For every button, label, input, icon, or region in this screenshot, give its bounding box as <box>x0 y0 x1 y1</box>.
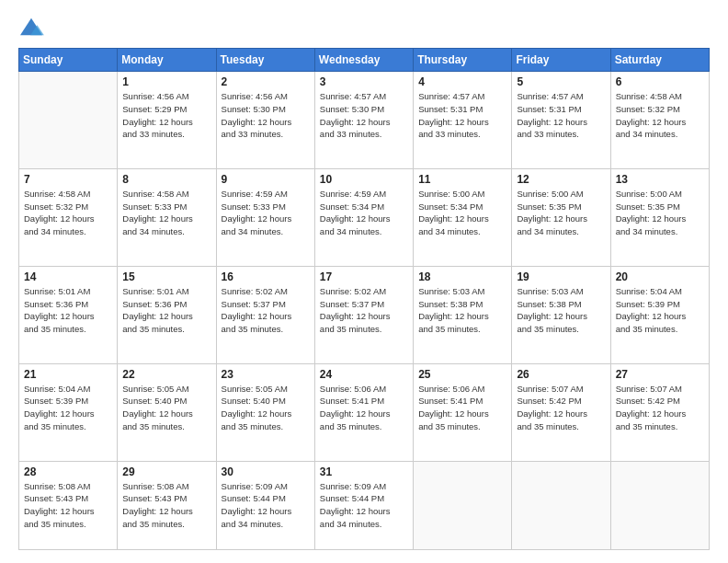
day-number: 11 <box>418 173 506 186</box>
day-number: 9 <box>222 173 310 186</box>
day-number: 6 <box>616 75 704 88</box>
day-number: 22 <box>122 368 210 381</box>
calendar-cell <box>414 461 512 549</box>
page: SundayMondayTuesdayWednesdayThursdayFrid… <box>0 0 728 563</box>
day-info: Sunrise: 4:58 AM Sunset: 5:32 PM Dayligh… <box>616 90 704 141</box>
calendar-header-sunday: Sunday <box>19 49 118 72</box>
day-number: 12 <box>517 173 605 186</box>
calendar-cell: 3Sunrise: 4:57 AM Sunset: 5:30 PM Daylig… <box>314 72 413 169</box>
header <box>18 17 710 39</box>
day-info: Sunrise: 5:07 AM Sunset: 5:42 PM Dayligh… <box>517 383 605 433</box>
day-info: Sunrise: 4:59 AM Sunset: 5:33 PM Dayligh… <box>222 188 310 238</box>
day-info: Sunrise: 4:56 AM Sunset: 5:30 PM Dayligh… <box>222 90 310 141</box>
day-number: 24 <box>320 368 408 381</box>
calendar-cell: 17Sunrise: 5:02 AM Sunset: 5:37 PM Dayli… <box>314 266 413 363</box>
day-number: 18 <box>418 270 506 283</box>
calendar-cell <box>512 461 610 549</box>
calendar-cell: 7Sunrise: 4:58 AM Sunset: 5:32 PM Daylig… <box>19 168 118 266</box>
day-info: Sunrise: 5:01 AM Sunset: 5:36 PM Dayligh… <box>24 285 112 336</box>
calendar-header-tuesday: Tuesday <box>216 49 314 72</box>
calendar-cell: 30Sunrise: 5:09 AM Sunset: 5:44 PM Dayli… <box>216 461 314 549</box>
calendar-cell: 21Sunrise: 5:04 AM Sunset: 5:39 PM Dayli… <box>19 363 118 461</box>
day-number: 19 <box>517 270 605 283</box>
calendar-cell: 6Sunrise: 4:58 AM Sunset: 5:32 PM Daylig… <box>610 72 709 169</box>
day-number: 2 <box>222 75 310 88</box>
calendar-cell: 2Sunrise: 4:56 AM Sunset: 5:30 PM Daylig… <box>216 72 314 169</box>
calendar-cell: 5Sunrise: 4:57 AM Sunset: 5:31 PM Daylig… <box>512 72 610 169</box>
calendar-header-thursday: Thursday <box>414 49 512 72</box>
day-number: 29 <box>122 465 210 478</box>
day-number: 23 <box>222 368 310 381</box>
logo-icon <box>18 17 44 39</box>
calendar-cell: 16Sunrise: 5:02 AM Sunset: 5:37 PM Dayli… <box>216 266 314 363</box>
day-number: 26 <box>517 368 605 381</box>
day-number: 14 <box>24 270 112 283</box>
day-number: 15 <box>122 270 210 283</box>
calendar-cell: 20Sunrise: 5:04 AM Sunset: 5:39 PM Dayli… <box>610 266 709 363</box>
calendar-cell: 15Sunrise: 5:01 AM Sunset: 5:36 PM Dayli… <box>118 266 216 363</box>
day-number: 3 <box>320 75 408 88</box>
day-number: 21 <box>24 368 112 381</box>
calendar-cell: 13Sunrise: 5:00 AM Sunset: 5:35 PM Dayli… <box>610 168 709 266</box>
day-info: Sunrise: 5:01 AM Sunset: 5:36 PM Dayligh… <box>122 285 210 336</box>
day-number: 7 <box>24 173 112 186</box>
day-number: 5 <box>517 75 605 88</box>
day-number: 4 <box>418 75 506 88</box>
calendar-cell: 10Sunrise: 4:59 AM Sunset: 5:34 PM Dayli… <box>314 168 413 266</box>
calendar-cell: 12Sunrise: 5:00 AM Sunset: 5:35 PM Dayli… <box>512 168 610 266</box>
calendar-cell: 22Sunrise: 5:05 AM Sunset: 5:40 PM Dayli… <box>118 363 216 461</box>
day-info: Sunrise: 4:58 AM Sunset: 5:32 PM Dayligh… <box>24 188 112 238</box>
calendar-cell: 29Sunrise: 5:08 AM Sunset: 5:43 PM Dayli… <box>118 461 216 549</box>
day-number: 1 <box>122 75 210 88</box>
day-info: Sunrise: 4:57 AM Sunset: 5:31 PM Dayligh… <box>517 90 605 141</box>
calendar-cell: 18Sunrise: 5:03 AM Sunset: 5:38 PM Dayli… <box>414 266 512 363</box>
day-info: Sunrise: 5:03 AM Sunset: 5:38 PM Dayligh… <box>517 285 605 336</box>
calendar-cell: 25Sunrise: 5:06 AM Sunset: 5:41 PM Dayli… <box>414 363 512 461</box>
day-number: 27 <box>616 368 704 381</box>
day-info: Sunrise: 5:05 AM Sunset: 5:40 PM Dayligh… <box>222 383 310 433</box>
day-info: Sunrise: 5:03 AM Sunset: 5:38 PM Dayligh… <box>418 285 506 336</box>
calendar-cell: 11Sunrise: 5:00 AM Sunset: 5:34 PM Dayli… <box>414 168 512 266</box>
day-number: 8 <box>122 173 210 186</box>
calendar-header-monday: Monday <box>118 49 216 72</box>
day-info: Sunrise: 4:57 AM Sunset: 5:31 PM Dayligh… <box>418 90 506 141</box>
day-info: Sunrise: 4:58 AM Sunset: 5:33 PM Dayligh… <box>122 188 210 238</box>
calendar-cell: 26Sunrise: 5:07 AM Sunset: 5:42 PM Dayli… <box>512 363 610 461</box>
day-info: Sunrise: 5:00 AM Sunset: 5:35 PM Dayligh… <box>517 188 605 238</box>
day-info: Sunrise: 5:04 AM Sunset: 5:39 PM Dayligh… <box>24 383 112 433</box>
day-info: Sunrise: 5:05 AM Sunset: 5:40 PM Dayligh… <box>122 383 210 433</box>
calendar-header-friday: Friday <box>512 49 610 72</box>
day-number: 28 <box>24 465 112 478</box>
day-info: Sunrise: 5:09 AM Sunset: 5:44 PM Dayligh… <box>222 480 310 531</box>
calendar-cell <box>610 461 709 549</box>
calendar-table: SundayMondayTuesdayWednesdayThursdayFrid… <box>18 48 710 550</box>
day-info: Sunrise: 5:08 AM Sunset: 5:43 PM Dayligh… <box>122 480 210 531</box>
calendar-cell: 14Sunrise: 5:01 AM Sunset: 5:36 PM Dayli… <box>19 266 118 363</box>
calendar-header-saturday: Saturday <box>610 49 709 72</box>
calendar-cell: 9Sunrise: 4:59 AM Sunset: 5:33 PM Daylig… <box>216 168 314 266</box>
day-info: Sunrise: 5:00 AM Sunset: 5:35 PM Dayligh… <box>616 188 704 238</box>
day-info: Sunrise: 4:59 AM Sunset: 5:34 PM Dayligh… <box>320 188 408 238</box>
calendar-cell: 19Sunrise: 5:03 AM Sunset: 5:38 PM Dayli… <box>512 266 610 363</box>
calendar-cell: 4Sunrise: 4:57 AM Sunset: 5:31 PM Daylig… <box>414 72 512 169</box>
calendar-cell: 23Sunrise: 5:05 AM Sunset: 5:40 PM Dayli… <box>216 363 314 461</box>
calendar-cell: 8Sunrise: 4:58 AM Sunset: 5:33 PM Daylig… <box>118 168 216 266</box>
calendar-cell: 31Sunrise: 5:09 AM Sunset: 5:44 PM Dayli… <box>314 461 413 549</box>
calendar-cell: 27Sunrise: 5:07 AM Sunset: 5:42 PM Dayli… <box>610 363 709 461</box>
day-info: Sunrise: 5:00 AM Sunset: 5:34 PM Dayligh… <box>418 188 506 238</box>
day-number: 31 <box>320 465 408 478</box>
day-info: Sunrise: 5:06 AM Sunset: 5:41 PM Dayligh… <box>418 383 506 433</box>
day-number: 10 <box>320 173 408 186</box>
day-info: Sunrise: 5:07 AM Sunset: 5:42 PM Dayligh… <box>616 383 704 433</box>
day-number: 25 <box>418 368 506 381</box>
day-number: 13 <box>616 173 704 186</box>
calendar-cell <box>19 72 118 169</box>
day-number: 30 <box>222 465 310 478</box>
calendar-cell: 28Sunrise: 5:08 AM Sunset: 5:43 PM Dayli… <box>19 461 118 549</box>
calendar-cell: 24Sunrise: 5:06 AM Sunset: 5:41 PM Dayli… <box>314 363 413 461</box>
day-info: Sunrise: 5:02 AM Sunset: 5:37 PM Dayligh… <box>222 285 310 336</box>
day-number: 20 <box>616 270 704 283</box>
calendar-header-row: SundayMondayTuesdayWednesdayThursdayFrid… <box>19 49 710 72</box>
calendar-header-wednesday: Wednesday <box>314 49 413 72</box>
day-info: Sunrise: 4:56 AM Sunset: 5:29 PM Dayligh… <box>122 90 210 141</box>
